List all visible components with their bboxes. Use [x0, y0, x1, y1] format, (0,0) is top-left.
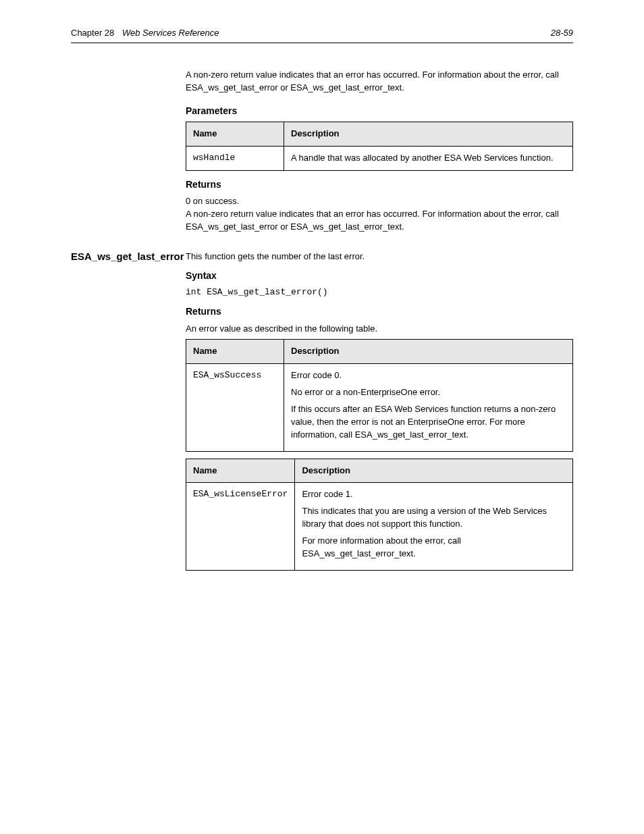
th-name: Name [186, 340, 284, 364]
returns-body: 0 on success. A non-zero return value in… [186, 195, 573, 234]
error-desc-line: If this occurs after an ESA Web Services… [291, 403, 566, 442]
section-label: ESA_ws_get_last_error [71, 251, 186, 263]
table-row: ESA_wsSuccess Error code 0. No error or … [186, 364, 573, 451]
error-desc-line: No error or a non-EnterpriseOne error. [291, 386, 566, 399]
returns-heading-2: Returns [186, 305, 573, 318]
table-row: wsHandle A handle that was allocated by … [186, 146, 573, 170]
table-header-row: Name Description [186, 122, 573, 146]
th-description: Description [284, 340, 573, 364]
error-desc-line: Error code 0. [291, 369, 566, 382]
error-desc-line: This indicates that you are using a vers… [302, 505, 566, 531]
error-desc: Error code 0. No error or a non-Enterpri… [284, 364, 573, 451]
param-name: wsHandle [186, 146, 284, 170]
error-desc-line: Error code 1. [302, 488, 566, 501]
th-name: Name [186, 459, 295, 483]
syntax-code: int ESA_ws_get_last_error() [186, 286, 573, 299]
th-name: Name [186, 122, 284, 146]
page-number: 28-59 [551, 27, 573, 40]
chapter-title: Web Services Reference [122, 28, 219, 38]
th-description: Description [295, 459, 573, 483]
error-name: ESA_wsLicenseError [186, 483, 295, 570]
error-table-success: Name Description ESA_wsSuccess Error cod… [186, 339, 573, 451]
param-desc: A handle that was allocated by another E… [284, 146, 573, 170]
error-name: ESA_wsSuccess [186, 364, 284, 451]
table-row: ESA_wsLicenseError Error code 1. This in… [186, 483, 573, 570]
returns-body-2: An error value as described in the follo… [186, 323, 573, 336]
error-table-license: Name Description ESA_wsLicenseError Erro… [186, 459, 573, 571]
th-description: Description [284, 122, 573, 146]
running-header: Chapter 28 Web Services Reference 28-59 [71, 27, 573, 43]
section-paragraph: This function gets the number of the las… [186, 251, 573, 263]
error-desc: Error code 1. This indicates that you ar… [295, 483, 573, 570]
table-header-row: Name Description [186, 340, 573, 364]
section-intro: A non-zero return value indicates that a… [186, 69, 573, 95]
syntax-heading: Syntax [186, 269, 573, 282]
returns-heading: Returns [186, 178, 573, 191]
table-header-row: Name Description [186, 459, 573, 483]
parameters-table-free-handle: Name Description wsHandle A handle that … [186, 122, 573, 171]
error-desc-line: For more information about the error, ca… [302, 535, 566, 561]
parameters-heading: Parameters [186, 104, 573, 118]
chapter-number: Chapter 28 [71, 28, 114, 38]
section-get-last-error: ESA_ws_get_last_error This function gets… [71, 251, 573, 577]
